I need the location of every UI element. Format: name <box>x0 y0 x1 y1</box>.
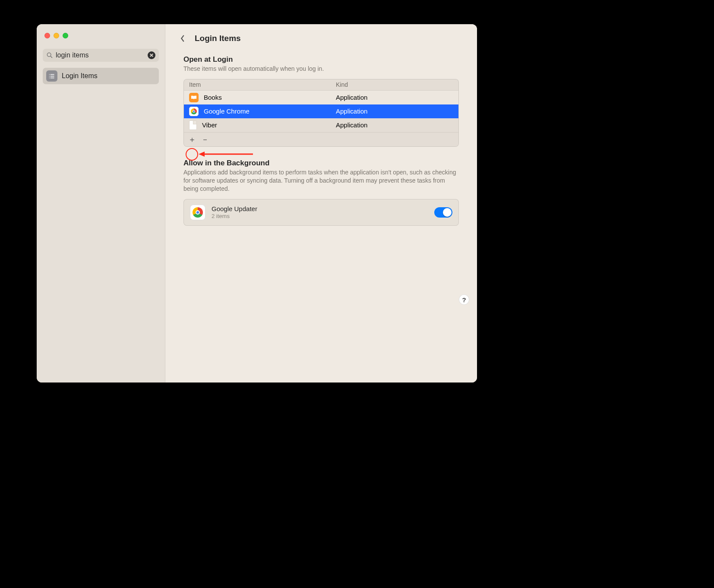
annotation-arrow-icon <box>198 150 254 158</box>
list-icon <box>46 70 57 82</box>
item-name: Google Chrome <box>204 107 250 115</box>
chrome-app-icon <box>190 205 205 220</box>
add-item-button[interactable]: ＋ <box>186 133 199 145</box>
item-kind: Application <box>336 94 453 101</box>
toggle-knob <box>443 208 452 217</box>
system-settings-window: Login Items Login Items Open at Login Th… <box>37 24 477 383</box>
document-icon <box>189 120 197 130</box>
item-name: Books <box>204 94 222 101</box>
table-row[interactable]: Books Application <box>184 91 458 104</box>
close-window-button[interactable] <box>44 33 50 38</box>
fullscreen-window-button[interactable] <box>63 33 68 38</box>
section-title: Open at Login <box>183 55 459 64</box>
search-input[interactable] <box>56 51 148 59</box>
background-item-sub: 2 items <box>212 213 428 219</box>
clear-search-button[interactable] <box>148 51 155 59</box>
help-button[interactable]: ? <box>459 294 469 305</box>
help-icon: ? <box>462 296 466 303</box>
search-field[interactable] <box>43 49 159 62</box>
chevron-left-icon <box>180 35 185 42</box>
section-description: These items will open automatically when… <box>183 65 459 73</box>
sidebar: Login Items <box>37 24 165 383</box>
open-at-login-section: Open at Login These items will open auto… <box>183 55 459 147</box>
page-title: Login Items <box>195 34 241 43</box>
background-item-row: Google Updater 2 items <box>183 199 459 226</box>
remove-item-button[interactable]: － <box>199 133 212 145</box>
allow-background-section: Allow in the Background Applications add… <box>183 159 459 226</box>
svg-line-1 <box>51 56 52 58</box>
login-items-table: Item Kind Books Application <box>183 79 459 147</box>
sidebar-item-label: Login Items <box>62 72 98 80</box>
table-row[interactable]: Viber Application <box>184 118 458 132</box>
table-footer: ＋ － <box>184 132 458 146</box>
column-header-kind[interactable]: Kind <box>336 81 453 88</box>
plus-icon: ＋ <box>188 134 196 145</box>
item-kind: Application <box>336 107 453 115</box>
item-kind: Application <box>336 121 453 129</box>
sidebar-item-login-items[interactable]: Login Items <box>43 68 159 84</box>
table-row[interactable]: Google Chrome Application <box>184 104 458 118</box>
search-icon <box>46 52 53 59</box>
item-name: Viber <box>202 121 217 129</box>
books-app-icon <box>189 93 199 102</box>
section-description: Applications add background items to per… <box>183 168 459 193</box>
minus-icon: － <box>201 134 209 145</box>
column-header-item[interactable]: Item <box>189 81 336 88</box>
minimize-window-button[interactable] <box>54 33 59 38</box>
table-header: Item Kind <box>184 79 458 91</box>
section-title: Allow in the Background <box>183 159 459 168</box>
back-button[interactable] <box>178 34 187 43</box>
svg-point-0 <box>47 53 51 57</box>
background-item-name: Google Updater <box>212 205 428 212</box>
content-pane: Login Items Open at Login These items wi… <box>165 24 477 383</box>
background-item-toggle[interactable] <box>434 207 452 218</box>
chrome-app-icon <box>189 107 199 116</box>
close-icon <box>149 53 154 57</box>
window-controls <box>44 33 159 38</box>
title-bar: Login Items <box>178 34 464 43</box>
svg-marker-11 <box>199 152 205 157</box>
